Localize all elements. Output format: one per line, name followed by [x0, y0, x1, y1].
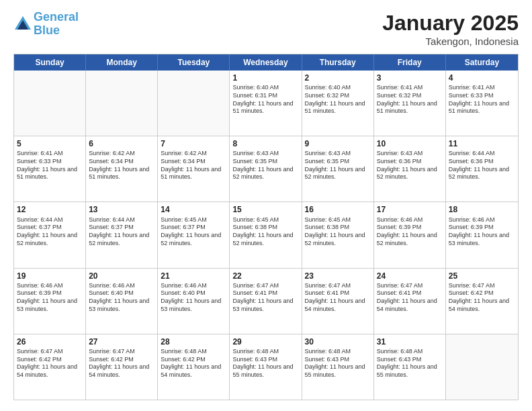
calendar-day-14: 14Sunrise: 6:45 AMSunset: 6:37 PMDayligh…	[158, 202, 230, 267]
day-info: Sunrise: 6:46 AMSunset: 6:40 PMDaylight:…	[89, 282, 154, 314]
calendar-day-22: 22Sunrise: 6:47 AMSunset: 6:41 PMDayligh…	[230, 269, 302, 334]
day-number: 8	[232, 138, 298, 149]
calendar-day-31: 31Sunrise: 6:48 AMSunset: 6:43 PMDayligh…	[374, 334, 446, 400]
day-info: Sunrise: 6:41 AMSunset: 6:33 PMDaylight:…	[17, 150, 83, 181]
day-number: 4	[449, 73, 515, 83]
calendar-week-4: 19Sunrise: 6:46 AMSunset: 6:39 PMDayligh…	[14, 268, 518, 334]
empty-cell	[446, 334, 518, 400]
day-info: Sunrise: 6:41 AMSunset: 6:33 PMDaylight:…	[449, 84, 515, 116]
calendar-day-13: 13Sunrise: 6:44 AMSunset: 6:37 PMDayligh…	[86, 202, 158, 267]
logo-text: General Blue	[34, 11, 79, 38]
day-info: Sunrise: 6:48 AMSunset: 6:43 PMDaylight:…	[305, 348, 371, 379]
day-number: 11	[449, 138, 515, 149]
day-number: 19	[17, 271, 83, 281]
calendar-week-3: 12Sunrise: 6:44 AMSunset: 6:37 PMDayligh…	[14, 201, 518, 267]
day-info: Sunrise: 6:44 AMSunset: 6:37 PMDaylight:…	[17, 216, 83, 248]
day-info: Sunrise: 6:48 AMSunset: 6:43 PMDaylight:…	[377, 348, 443, 379]
day-header-sunday: Sunday	[14, 54, 86, 71]
day-info: Sunrise: 6:47 AMSunset: 6:42 PMDaylight:…	[89, 348, 154, 379]
day-header-tuesday: Tuesday	[158, 54, 230, 71]
calendar-day-1: 1Sunrise: 6:40 AMSunset: 6:31 PMDaylight…	[230, 71, 302, 136]
day-number: 1	[232, 73, 298, 83]
location-subtitle: Takengon, Indonesia	[382, 36, 519, 47]
empty-cell	[14, 71, 86, 136]
calendar-day-30: 30Sunrise: 6:48 AMSunset: 6:43 PMDayligh…	[302, 334, 374, 400]
calendar-day-11: 11Sunrise: 6:44 AMSunset: 6:36 PMDayligh…	[446, 136, 518, 201]
calendar-day-27: 27Sunrise: 6:47 AMSunset: 6:42 PMDayligh…	[86, 334, 158, 400]
calendar-day-20: 20Sunrise: 6:46 AMSunset: 6:40 PMDayligh…	[86, 269, 158, 334]
day-info: Sunrise: 6:45 AMSunset: 6:37 PMDaylight:…	[161, 216, 226, 248]
day-number: 10	[377, 138, 443, 149]
empty-cell	[86, 71, 158, 136]
calendar-day-5: 5Sunrise: 6:41 AMSunset: 6:33 PMDaylight…	[14, 136, 86, 201]
calendar-body: 1Sunrise: 6:40 AMSunset: 6:31 PMDaylight…	[14, 71, 518, 400]
day-number: 7	[161, 138, 226, 149]
day-header-monday: Monday	[86, 54, 158, 71]
day-info: Sunrise: 6:44 AMSunset: 6:36 PMDaylight:…	[449, 150, 515, 181]
page: General Blue January 2025 Takengon, Indo…	[0, 0, 532, 411]
day-info: Sunrise: 6:42 AMSunset: 6:34 PMDaylight:…	[89, 150, 154, 181]
day-info: Sunrise: 6:46 AMSunset: 6:40 PMDaylight:…	[161, 282, 226, 314]
day-number: 20	[89, 271, 154, 281]
calendar-week-1: 1Sunrise: 6:40 AMSunset: 6:31 PMDaylight…	[14, 71, 518, 136]
day-number: 18	[449, 204, 515, 215]
calendar-day-16: 16Sunrise: 6:45 AMSunset: 6:38 PMDayligh…	[302, 202, 374, 267]
day-number: 30	[305, 336, 371, 347]
calendar-day-2: 2Sunrise: 6:40 AMSunset: 6:32 PMDaylight…	[302, 71, 374, 136]
day-number: 22	[232, 271, 298, 281]
day-number: 25	[449, 271, 515, 281]
calendar-day-25: 25Sunrise: 6:47 AMSunset: 6:42 PMDayligh…	[446, 269, 518, 334]
calendar-day-8: 8Sunrise: 6:43 AMSunset: 6:35 PMDaylight…	[230, 136, 302, 201]
day-info: Sunrise: 6:48 AMSunset: 6:43 PMDaylight:…	[232, 348, 298, 379]
calendar-day-29: 29Sunrise: 6:48 AMSunset: 6:43 PMDayligh…	[230, 334, 302, 400]
calendar-day-4: 4Sunrise: 6:41 AMSunset: 6:33 PMDaylight…	[446, 71, 518, 136]
calendar-day-3: 3Sunrise: 6:41 AMSunset: 6:32 PMDaylight…	[374, 71, 446, 136]
calendar-day-10: 10Sunrise: 6:43 AMSunset: 6:36 PMDayligh…	[374, 136, 446, 201]
day-info: Sunrise: 6:45 AMSunset: 6:38 PMDaylight:…	[232, 216, 298, 248]
day-info: Sunrise: 6:47 AMSunset: 6:41 PMDaylight:…	[377, 282, 443, 314]
day-number: 24	[377, 271, 443, 281]
calendar-day-24: 24Sunrise: 6:47 AMSunset: 6:41 PMDayligh…	[374, 269, 446, 334]
empty-cell	[158, 71, 230, 136]
day-info: Sunrise: 6:42 AMSunset: 6:34 PMDaylight:…	[161, 150, 226, 181]
calendar-day-17: 17Sunrise: 6:46 AMSunset: 6:39 PMDayligh…	[374, 202, 446, 267]
header: General Blue January 2025 Takengon, Indo…	[13, 11, 519, 47]
day-number: 17	[377, 204, 443, 215]
calendar-day-19: 19Sunrise: 6:46 AMSunset: 6:39 PMDayligh…	[14, 269, 86, 334]
day-info: Sunrise: 6:43 AMSunset: 6:36 PMDaylight:…	[377, 150, 443, 181]
day-number: 5	[17, 138, 83, 149]
calendar-day-7: 7Sunrise: 6:42 AMSunset: 6:34 PMDaylight…	[158, 136, 230, 201]
day-info: Sunrise: 6:46 AMSunset: 6:39 PMDaylight:…	[377, 216, 443, 248]
day-number: 29	[232, 336, 298, 347]
calendar-day-18: 18Sunrise: 6:46 AMSunset: 6:39 PMDayligh…	[446, 202, 518, 267]
day-info: Sunrise: 6:43 AMSunset: 6:35 PMDaylight:…	[232, 150, 298, 181]
day-number: 28	[161, 336, 226, 347]
calendar-day-23: 23Sunrise: 6:47 AMSunset: 6:41 PMDayligh…	[302, 269, 374, 334]
calendar-day-9: 9Sunrise: 6:43 AMSunset: 6:35 PMDaylight…	[302, 136, 374, 201]
day-number: 3	[377, 73, 443, 83]
logo-icon	[13, 15, 32, 34]
day-info: Sunrise: 6:47 AMSunset: 6:41 PMDaylight:…	[232, 282, 298, 314]
day-info: Sunrise: 6:47 AMSunset: 6:42 PMDaylight:…	[17, 348, 83, 379]
day-header-thursday: Thursday	[302, 54, 374, 71]
day-info: Sunrise: 6:47 AMSunset: 6:41 PMDaylight:…	[305, 282, 371, 314]
calendar-header: SundayMondayTuesdayWednesdayThursdayFrid…	[14, 54, 518, 71]
day-number: 31	[377, 336, 443, 347]
day-number: 12	[17, 204, 83, 215]
month-title: January 2025	[382, 11, 519, 36]
day-info: Sunrise: 6:46 AMSunset: 6:39 PMDaylight:…	[17, 282, 83, 314]
day-header-saturday: Saturday	[446, 54, 518, 71]
day-number: 14	[161, 204, 226, 215]
day-info: Sunrise: 6:46 AMSunset: 6:39 PMDaylight:…	[449, 216, 515, 248]
day-info: Sunrise: 6:40 AMSunset: 6:32 PMDaylight:…	[305, 84, 371, 116]
calendar-week-5: 26Sunrise: 6:47 AMSunset: 6:42 PMDayligh…	[14, 334, 518, 400]
day-info: Sunrise: 6:40 AMSunset: 6:31 PMDaylight:…	[232, 84, 298, 116]
day-number: 15	[232, 204, 298, 215]
day-number: 9	[305, 138, 371, 149]
day-info: Sunrise: 6:44 AMSunset: 6:37 PMDaylight:…	[89, 216, 154, 248]
day-number: 26	[17, 336, 83, 347]
day-number: 27	[89, 336, 154, 347]
day-info: Sunrise: 6:45 AMSunset: 6:38 PMDaylight:…	[305, 216, 371, 248]
calendar-week-2: 5Sunrise: 6:41 AMSunset: 6:33 PMDaylight…	[14, 136, 518, 201]
day-number: 2	[305, 73, 371, 83]
